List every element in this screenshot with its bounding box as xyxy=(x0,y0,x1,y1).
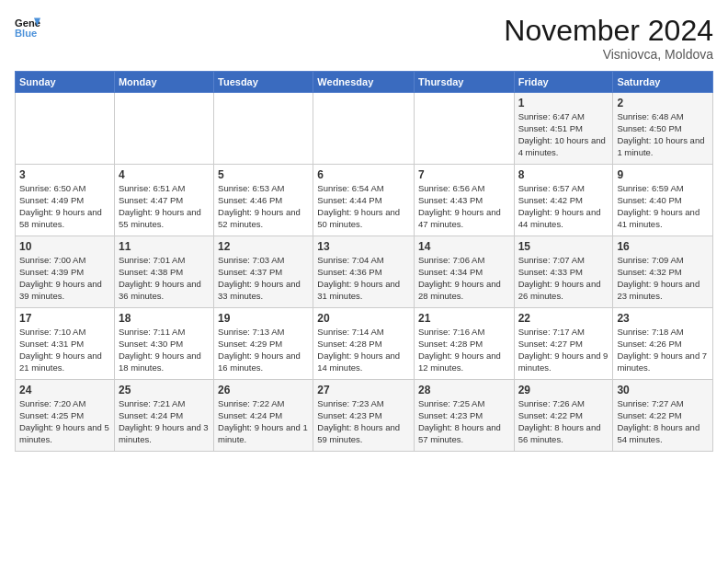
day-info: Sunset: 4:44 PM xyxy=(317,195,381,205)
day-info: Sunset: 4:28 PM xyxy=(317,339,381,349)
day-cell: 7Sunrise: 6:56 AMSunset: 4:43 PMDaylight… xyxy=(414,165,514,236)
day-cell: 14Sunrise: 7:06 AMSunset: 4:34 PMDayligh… xyxy=(414,236,514,308)
day-number: 13 xyxy=(317,239,410,254)
day-cell: 15Sunrise: 7:07 AMSunset: 4:33 PMDayligh… xyxy=(514,236,613,308)
day-cell: 24Sunrise: 7:20 AMSunset: 4:25 PMDayligh… xyxy=(16,380,115,452)
day-info: Daylight: 9 hours and 44 minutes. xyxy=(518,207,601,229)
day-info: Sunset: 4:36 PM xyxy=(317,267,381,277)
day-info: Sunset: 4:23 PM xyxy=(418,410,483,420)
day-info: Sunset: 4:46 PM xyxy=(218,195,282,205)
day-info: Sunrise: 7:18 AM xyxy=(617,327,683,337)
day-header-thursday: Thursday xyxy=(414,72,514,93)
day-cell xyxy=(16,93,115,165)
day-number: 1 xyxy=(518,96,609,110)
day-info: Sunrise: 7:25 AM xyxy=(418,398,484,408)
location-subtitle: Visniovca, Moldova xyxy=(504,47,713,62)
day-cell: 10Sunrise: 7:00 AMSunset: 4:39 PMDayligh… xyxy=(16,236,115,308)
day-info: Sunset: 4:24 PM xyxy=(218,410,282,420)
day-info: Sunset: 4:34 PM xyxy=(418,267,483,277)
day-info: Daylight: 9 hours and 39 minutes. xyxy=(19,279,102,301)
day-number: 22 xyxy=(518,311,609,326)
day-info: Sunset: 4:38 PM xyxy=(119,267,183,277)
day-info: Sunrise: 7:22 AM xyxy=(218,398,284,408)
day-info: Daylight: 9 hours and 7 minutes. xyxy=(617,350,707,373)
day-info: Daylight: 9 hours and 52 minutes. xyxy=(218,207,301,229)
day-info: Sunrise: 7:03 AM xyxy=(218,255,284,265)
day-info: Sunrise: 7:01 AM xyxy=(119,255,185,265)
day-header-sunday: Sunday xyxy=(16,72,115,93)
day-number: 9 xyxy=(617,167,709,182)
day-cell: 11Sunrise: 7:01 AMSunset: 4:38 PMDayligh… xyxy=(114,236,213,308)
day-cell: 2Sunrise: 6:48 AMSunset: 4:50 PMDaylight… xyxy=(613,93,713,165)
day-info: Sunrise: 7:00 AM xyxy=(19,255,85,265)
day-info: Daylight: 9 hours and 28 minutes. xyxy=(418,279,501,301)
day-number: 27 xyxy=(317,383,410,397)
day-cell: 27Sunrise: 7:23 AMSunset: 4:23 PMDayligh… xyxy=(313,380,415,452)
day-info: Sunrise: 7:26 AM xyxy=(518,398,585,408)
day-number: 28 xyxy=(418,383,510,397)
day-info: Daylight: 9 hours and 5 minutes. xyxy=(19,422,109,444)
day-cell: 28Sunrise: 7:25 AMSunset: 4:23 PMDayligh… xyxy=(414,380,514,452)
day-info: Sunset: 4:43 PM xyxy=(418,195,483,205)
day-info: Sunrise: 6:51 AM xyxy=(119,183,185,193)
logo-icon: General Blue xyxy=(15,15,40,40)
day-number: 25 xyxy=(119,383,210,397)
day-info: Sunrise: 6:54 AM xyxy=(317,183,383,193)
day-cell: 30Sunrise: 7:27 AMSunset: 4:22 PMDayligh… xyxy=(613,380,713,452)
day-info: Sunset: 4:32 PM xyxy=(617,267,681,277)
day-info: Daylight: 9 hours and 16 minutes. xyxy=(218,350,301,373)
day-cell: 29Sunrise: 7:26 AMSunset: 4:22 PMDayligh… xyxy=(514,380,613,452)
day-info: Sunrise: 6:59 AM xyxy=(617,183,683,193)
day-info: Daylight: 9 hours and 58 minutes. xyxy=(19,207,102,229)
week-row-3: 10Sunrise: 7:00 AMSunset: 4:39 PMDayligh… xyxy=(16,236,713,308)
day-number: 14 xyxy=(418,239,510,254)
day-info: Sunrise: 7:17 AM xyxy=(518,327,585,337)
day-info: Sunrise: 7:20 AM xyxy=(19,398,85,408)
day-cell: 21Sunrise: 7:16 AMSunset: 4:28 PMDayligh… xyxy=(414,308,514,380)
day-info: Sunrise: 7:21 AM xyxy=(119,398,185,408)
day-info: Daylight: 9 hours and 18 minutes. xyxy=(119,350,201,373)
day-number: 3 xyxy=(19,167,110,182)
month-title: November 2024 xyxy=(504,15,713,47)
day-cell: 17Sunrise: 7:10 AMSunset: 4:31 PMDayligh… xyxy=(16,308,115,380)
calendar-table: SundayMondayTuesdayWednesdayThursdayFrid… xyxy=(15,71,713,452)
day-info: Daylight: 9 hours and 9 minutes. xyxy=(518,350,609,373)
day-cell: 18Sunrise: 7:11 AMSunset: 4:30 PMDayligh… xyxy=(114,308,213,380)
day-info: Sunset: 4:39 PM xyxy=(19,267,84,277)
day-info: Sunset: 4:49 PM xyxy=(19,195,84,205)
day-info: Sunset: 4:27 PM xyxy=(518,339,583,349)
day-info: Sunrise: 7:06 AM xyxy=(418,255,484,265)
day-cell: 6Sunrise: 6:54 AMSunset: 4:44 PMDaylight… xyxy=(313,165,415,236)
day-number: 6 xyxy=(317,167,410,182)
day-number: 5 xyxy=(218,167,309,182)
day-number: 7 xyxy=(418,167,510,182)
day-number: 29 xyxy=(518,383,609,397)
day-header-monday: Monday xyxy=(114,72,213,93)
day-cell: 8Sunrise: 6:57 AMSunset: 4:42 PMDaylight… xyxy=(514,165,613,236)
day-cell: 26Sunrise: 7:22 AMSunset: 4:24 PMDayligh… xyxy=(214,380,313,452)
day-number: 20 xyxy=(317,311,410,326)
day-info: Sunrise: 6:47 AM xyxy=(518,111,585,121)
day-cell: 25Sunrise: 7:21 AMSunset: 4:24 PMDayligh… xyxy=(114,380,213,452)
day-info: Sunset: 4:50 PM xyxy=(617,123,681,133)
day-number: 30 xyxy=(617,383,709,397)
day-header-friday: Friday xyxy=(514,72,613,93)
day-info: Sunrise: 6:53 AM xyxy=(218,183,284,193)
day-cell: 1Sunrise: 6:47 AMSunset: 4:51 PMDaylight… xyxy=(514,93,613,165)
day-info: Sunrise: 7:09 AM xyxy=(617,255,683,265)
title-block: November 2024 Visniovca, Moldova xyxy=(504,15,713,62)
day-cell: 13Sunrise: 7:04 AMSunset: 4:36 PMDayligh… xyxy=(313,236,415,308)
day-info: Daylight: 9 hours and 23 minutes. xyxy=(617,279,700,301)
day-header-saturday: Saturday xyxy=(613,72,713,93)
day-number: 19 xyxy=(218,311,309,326)
day-info: Daylight: 10 hours and 4 minutes. xyxy=(518,135,606,157)
day-info: Daylight: 9 hours and 14 minutes. xyxy=(317,350,400,373)
day-info: Sunrise: 6:57 AM xyxy=(518,183,585,193)
day-info: Sunrise: 7:27 AM xyxy=(617,398,683,408)
week-row-1: 1Sunrise: 6:47 AMSunset: 4:51 PMDaylight… xyxy=(16,93,713,165)
day-number: 18 xyxy=(119,311,210,326)
day-info: Daylight: 9 hours and 21 minutes. xyxy=(19,350,102,373)
day-info: Sunrise: 6:50 AM xyxy=(19,183,85,193)
day-number: 8 xyxy=(518,167,609,182)
week-row-4: 17Sunrise: 7:10 AMSunset: 4:31 PMDayligh… xyxy=(16,308,713,380)
